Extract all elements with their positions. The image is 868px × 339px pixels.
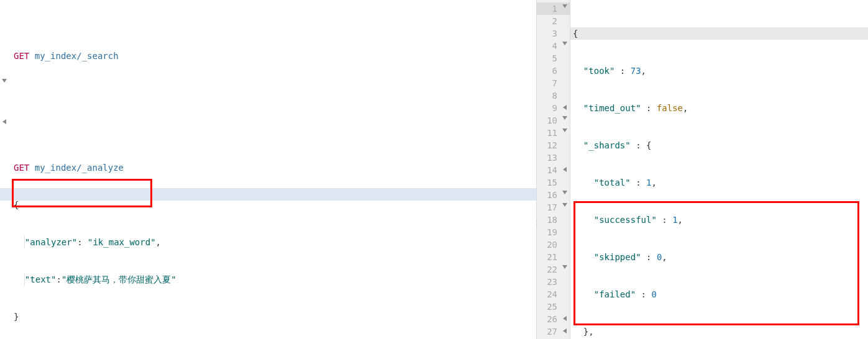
line-number: 6 — [537, 65, 570, 77]
fold-arrow-down-icon[interactable] — [562, 203, 567, 207]
line-number: 5 — [537, 52, 570, 65]
code-line[interactable]: "text":"樱桃萨其马，带你甜蜜入夏" — [14, 273, 536, 286]
fold-arrow-down-icon[interactable] — [562, 116, 567, 120]
line-number: 1 — [537, 2, 570, 15]
code-line[interactable]: GET my_index/_analyze — [14, 161, 536, 174]
line-number: 24 — [537, 288, 570, 301]
fold-arrow-down-icon[interactable] — [562, 191, 567, 194]
code-line[interactable]: "skipped" : 0, — [570, 251, 868, 263]
response-line-gutter: 1 2 3 4 5 6 7 8 9 10 11 12 13 14 15 16 1… — [537, 0, 570, 339]
line-number: 2 — [537, 15, 570, 27]
code-line[interactable]: "failed" : 0 — [570, 288, 868, 301]
http-method: GET — [14, 51, 29, 61]
fold-arrow-right-icon[interactable] — [563, 167, 567, 172]
request-editor-pane[interactable]: GET my_index/_search GET my_index/_analy… — [0, 0, 537, 339]
response-pane: 1 2 3 4 5 6 7 8 9 10 11 12 13 14 15 16 1… — [537, 0, 868, 339]
code-line[interactable]: "_shards" : { — [570, 139, 868, 151]
code-line[interactable]: "successful" : 1, — [570, 214, 868, 226]
line-number: 8 — [537, 89, 570, 102]
fold-arrow-down-icon[interactable] — [562, 129, 567, 132]
line-number: 27 — [537, 325, 570, 338]
line-number: 9 — [537, 102, 570, 114]
code-line[interactable]: GET my_index/_search — [14, 50, 536, 62]
fold-arrow-right-icon[interactable] — [563, 316, 567, 321]
line-number: 7 — [537, 77, 570, 89]
line-number: 14 — [537, 164, 570, 176]
code-line[interactable] — [14, 124, 536, 137]
line-number: 23 — [537, 276, 570, 288]
code-line[interactable]: "total" : 1, — [570, 176, 868, 189]
fold-arrow-down-icon[interactable] — [562, 4, 567, 8]
fold-arrow-down-icon[interactable] — [562, 42, 567, 45]
request-path: my_index/_analyze — [35, 163, 124, 173]
line-number: 18 — [537, 214, 570, 226]
response-viewer[interactable]: { "took" : 73, "timed_out" : false, "_sh… — [570, 0, 868, 339]
line-number: 16 — [537, 189, 570, 201]
code-line[interactable]: { — [570, 27, 868, 40]
line-number: 10 — [537, 114, 570, 127]
code-line[interactable]: "analyzer": "ik_max_word", — [14, 236, 536, 248]
line-number: 25 — [537, 301, 570, 313]
line-number: 3 — [537, 27, 570, 40]
line-number: 20 — [537, 238, 570, 251]
split-view: GET my_index/_search GET my_index/_analy… — [0, 0, 868, 339]
line-number: 11 — [537, 127, 570, 139]
line-number: 17 — [537, 201, 570, 214]
code-line[interactable]: "timed_out" : false, — [570, 102, 868, 114]
request-path: my_index/_search — [35, 51, 119, 61]
code-line[interactable]: { — [14, 199, 536, 211]
code-line[interactable] — [14, 87, 536, 99]
fold-arrow-right-icon[interactable] — [563, 105, 567, 110]
fold-arrow-right-icon[interactable] — [563, 328, 567, 333]
fold-arrow-down-icon[interactable] — [562, 265, 567, 269]
line-number: 15 — [537, 176, 570, 189]
line-number: 4 — [537, 40, 570, 52]
line-number: 19 — [537, 226, 570, 238]
line-number: 26 — [537, 313, 570, 325]
request-editor[interactable]: GET my_index/_search GET my_index/_analy… — [0, 0, 536, 339]
http-method: GET — [14, 163, 29, 173]
line-number: 21 — [537, 251, 570, 263]
line-number: 13 — [537, 151, 570, 164]
line-number: 22 — [537, 263, 570, 276]
line-number: 12 — [537, 139, 570, 151]
code-line[interactable]: "took" : 73, — [570, 65, 868, 77]
code-line[interactable]: }, — [570, 325, 868, 338]
code-line[interactable]: } — [14, 310, 536, 323]
